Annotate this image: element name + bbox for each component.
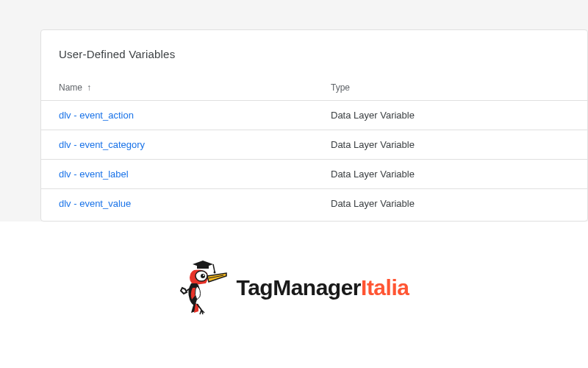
svg-point-5 (203, 275, 204, 276)
svg-point-4 (201, 274, 205, 278)
brand-logo: TagManagerItalia (0, 222, 588, 317)
table-body: dlv - event_action Data Layer Variable d… (41, 101, 587, 221)
column-name-label: Name (59, 82, 82, 93)
variable-name-link[interactable]: dlv - event_action (59, 110, 331, 121)
variables-table: Name ↑ Type dlv - event_action Data Laye… (41, 75, 587, 221)
svg-rect-0 (197, 264, 209, 269)
logo-part-1: TagManager (237, 275, 361, 300)
logo-text: TagManagerItalia (237, 275, 409, 300)
user-defined-variables-panel: User-Defined Variables Name ↑ Type dlv -… (40, 29, 588, 222)
table-row[interactable]: dlv - event_action Data Layer Variable (41, 101, 587, 130)
panel-title: User-Defined Variables (41, 30, 587, 75)
variable-type: Data Layer Variable (331, 198, 570, 209)
page-background: User-Defined Variables Name ↑ Type dlv -… (0, 0, 588, 222)
table-header: Name ↑ Type (41, 75, 587, 101)
variable-name-link[interactable]: dlv - event_value (59, 198, 331, 209)
svg-point-2 (213, 272, 215, 274)
woodpecker-icon (179, 258, 231, 317)
table-row[interactable]: dlv - event_value Data Layer Variable (41, 189, 587, 218)
table-row[interactable]: dlv - event_category Data Layer Variable (41, 130, 587, 160)
table-row[interactable]: dlv - event_label Data Layer Variable (41, 160, 587, 189)
variable-name-link[interactable]: dlv - event_category (59, 139, 331, 150)
svg-line-1 (213, 264, 215, 272)
sort-ascending-icon: ↑ (87, 82, 91, 93)
column-header-type[interactable]: Type (331, 82, 570, 93)
logo-part-2: Italia (361, 275, 409, 300)
variable-type: Data Layer Variable (331, 110, 570, 121)
variable-type: Data Layer Variable (331, 139, 570, 150)
variable-type: Data Layer Variable (331, 169, 570, 180)
column-header-name[interactable]: Name ↑ (59, 82, 331, 93)
variable-name-link[interactable]: dlv - event_label (59, 169, 331, 180)
